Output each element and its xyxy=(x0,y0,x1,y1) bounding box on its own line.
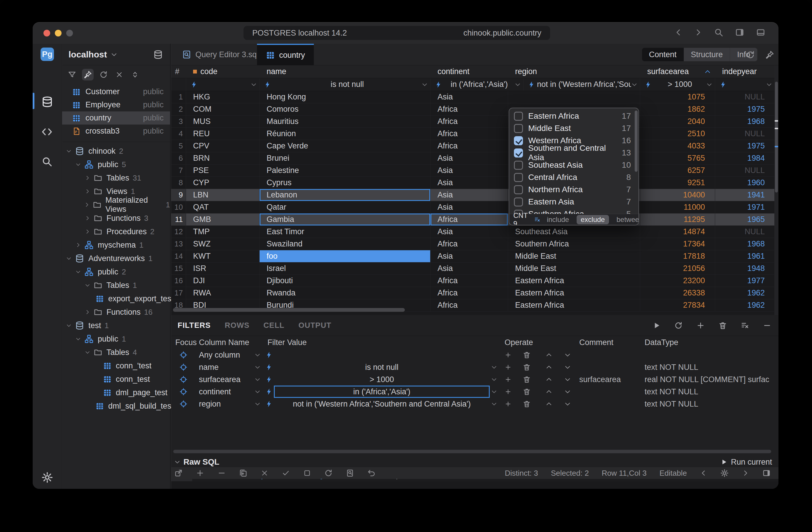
chevron-right-icon[interactable] xyxy=(84,229,91,234)
value-chevron-icon[interactable] xyxy=(491,401,497,407)
cell-year[interactable]: 1968 xyxy=(715,115,775,128)
focus-target-icon[interactable] xyxy=(179,363,188,371)
cell-continent[interactable]: Africa xyxy=(431,287,508,299)
cell-year[interactable]: 1962 xyxy=(715,299,775,311)
dropdown-option-eastern-africa[interactable]: Eastern Africa17 xyxy=(509,110,638,122)
sidebar-tree-item-procedures[interactable]: Procedures2 xyxy=(62,225,170,238)
table-row-SWZ[interactable]: 13SWZSwazilandAfricaSouthern Africa17364… xyxy=(171,238,775,250)
table-row-TMP[interactable]: 12TMPEast TimorAsiaSoutheast Asia14874NU… xyxy=(171,226,775,238)
filter-value-input[interactable]: not in ('Western Africa','Southern and C… xyxy=(274,400,490,408)
cell-name[interactable]: East Timor xyxy=(260,226,431,238)
window-layout-icon[interactable] xyxy=(756,27,766,37)
table-row-ISR[interactable]: 15ISRIsraelAsiaMiddle East210561948 xyxy=(171,262,775,275)
cell-area[interactable]: 23200 xyxy=(640,275,715,287)
table-row-BRN[interactable]: 6BRNBruneiAsia57651984 xyxy=(171,152,775,164)
dropdown-mode-between[interactable]: between xyxy=(617,216,639,224)
horizontal-scrollbar[interactable] xyxy=(173,308,405,312)
move-up-icon[interactable] xyxy=(546,351,552,358)
refresh-filters-icon[interactable] xyxy=(674,321,683,330)
chevron-right-icon[interactable] xyxy=(84,188,91,194)
cell-num[interactable]: 7 xyxy=(171,164,186,176)
filter-cell-indepyear[interactable] xyxy=(715,78,775,91)
filter-column-name[interactable]: name xyxy=(199,363,219,372)
panel-tab-cell[interactable]: CELL xyxy=(263,321,285,330)
move-down-icon[interactable] xyxy=(564,376,571,383)
cell-area[interactable]: 5765 xyxy=(640,152,715,164)
sidebar-tree-item-conn-test[interactable]: conn_'test xyxy=(62,359,170,372)
chevron-down-icon[interactable] xyxy=(74,269,82,275)
cell-continent[interactable]: Africa xyxy=(431,214,508,226)
move-up-icon[interactable] xyxy=(546,376,552,383)
cell-area[interactable]: 2510 xyxy=(640,128,715,140)
add-filter-row-icon[interactable] xyxy=(505,401,511,407)
filter-column-name[interactable]: surfacearea xyxy=(199,375,241,384)
discard-changes-icon[interactable] xyxy=(260,469,269,477)
tab-country[interactable]: country xyxy=(257,44,314,65)
column-header-code[interactable]: code xyxy=(186,65,260,78)
cell-name[interactable]: Mauritius xyxy=(260,115,431,128)
dropdown-option-southeast-asia[interactable]: Southeast Asia10 xyxy=(509,159,638,171)
cell-num[interactable]: 3 xyxy=(171,115,186,128)
chevron-down-icon[interactable] xyxy=(84,349,91,355)
cell-year[interactable]: 1971 xyxy=(715,201,775,213)
database-nav-icon[interactable] xyxy=(41,96,53,108)
table-row-CYP[interactable]: 8CYPCyprusAsia92511960 xyxy=(171,177,775,189)
add-filter-row-icon[interactable] xyxy=(505,376,511,383)
sidebar-tree-item-public[interactable]: public2 xyxy=(62,265,170,278)
dropdown-option-central-africa[interactable]: Central Africa8 xyxy=(509,171,638,184)
move-down-icon[interactable] xyxy=(564,401,571,407)
filter-chevron-icon[interactable] xyxy=(706,81,712,88)
view-structure-button[interactable]: Structure xyxy=(684,48,730,61)
cell-continent[interactable]: Asia xyxy=(431,91,508,103)
sidebar-tree-item-export-export-test-2[interactable]: export_export_test_2 xyxy=(62,292,170,305)
column-header-indepyear[interactable]: indepyear xyxy=(715,65,775,78)
table-row-CPV[interactable]: 5CPVCape VerdeAfrica40331975 xyxy=(171,140,775,152)
cell-area[interactable]: 1075 xyxy=(640,91,715,103)
cell-code[interactable]: LBN xyxy=(186,189,260,201)
cell-continent[interactable]: Asia xyxy=(431,250,508,262)
cell-num[interactable]: 5 xyxy=(171,140,186,152)
checkbox-checked[interactable] xyxy=(514,136,523,145)
table-row-KWT[interactable]: 14KWTfooAsiaMiddle East178181961 xyxy=(171,250,775,262)
dropdown-option-southern-and-central-asia[interactable]: Southern and Central Asia13 xyxy=(509,147,638,159)
postgres-logo[interactable]: Pg xyxy=(41,47,54,61)
table-row-MUS[interactable]: 3MUSMauritiusAfrica20401968 xyxy=(171,115,775,128)
cell-year[interactable]: NULL xyxy=(715,128,775,140)
cell-region[interactable] xyxy=(508,91,640,103)
cell-code[interactable]: RWA xyxy=(186,287,260,299)
cell-year[interactable]: 1960 xyxy=(715,177,775,189)
cell-num[interactable]: 11 xyxy=(171,214,186,226)
sidebar-tree-item-public[interactable]: public1 xyxy=(62,332,170,346)
filter-value-input[interactable]: > 1000 xyxy=(274,375,490,384)
stop-icon[interactable] xyxy=(303,469,311,477)
add-filter-row-icon[interactable] xyxy=(505,364,511,371)
cell-num[interactable]: 14 xyxy=(171,250,186,262)
focus-target-icon[interactable] xyxy=(179,388,188,396)
cell-area[interactable]: 11295 xyxy=(640,214,715,226)
cell-code[interactable]: TMP xyxy=(186,226,260,238)
cell-continent[interactable]: Africa xyxy=(431,140,508,152)
dropdown-option-northern-africa[interactable]: Northern Africa7 xyxy=(509,184,638,196)
next-page-icon[interactable] xyxy=(742,469,749,477)
prev-page-icon[interactable] xyxy=(700,469,707,477)
duplicate-row-icon[interactable] xyxy=(239,469,248,477)
panel-scrollbar[interactable] xyxy=(173,450,771,453)
filter-chevron-icon[interactable] xyxy=(250,81,257,88)
cell-area[interactable]: 10400 xyxy=(640,189,715,201)
cell-num[interactable]: 17 xyxy=(171,287,186,299)
cell-name[interactable]: Comoros xyxy=(260,103,431,115)
cell-area[interactable]: 21056 xyxy=(640,262,715,274)
cell-year[interactable]: NULL xyxy=(715,91,775,103)
sidebar-tree-item-tables[interactable]: Tables1 xyxy=(62,278,170,292)
move-down-icon[interactable] xyxy=(564,364,571,371)
move-down-icon[interactable] xyxy=(564,351,571,358)
filter-cell-code[interactable] xyxy=(186,78,260,91)
filter-chevron-icon[interactable] xyxy=(421,81,428,88)
table-row-LBN[interactable]: 9LBNLebanonAsia104001941 xyxy=(171,189,775,201)
cell-code[interactable]: ISR xyxy=(186,262,260,274)
checkbox-unchecked[interactable] xyxy=(514,112,523,121)
cell-region[interactable]: Middle East xyxy=(508,250,640,262)
dropdown-option-eastern-asia[interactable]: Eastern Asia7 xyxy=(509,196,638,208)
dropdown-mode-exclude[interactable]: exclude xyxy=(577,215,609,224)
column-chevron-icon[interactable] xyxy=(254,364,261,370)
